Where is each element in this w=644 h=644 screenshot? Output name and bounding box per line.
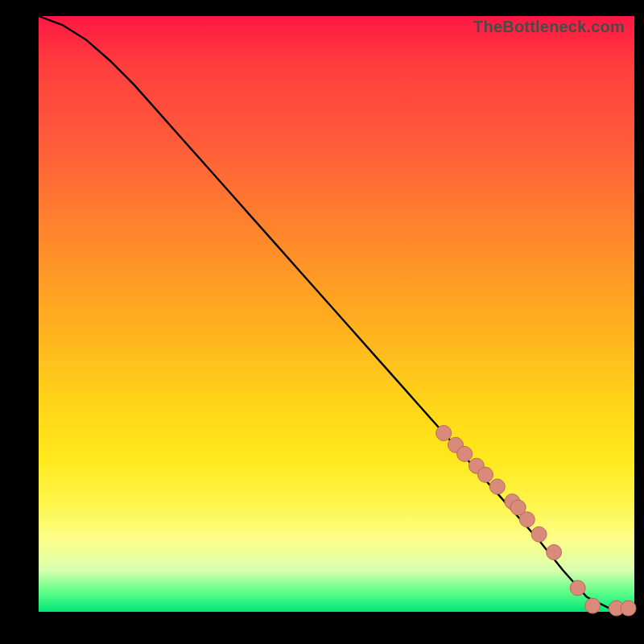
chart-frame: TheBottleneck.com: [0, 0, 644, 644]
data-marker: [621, 601, 636, 616]
data-marker: [570, 580, 585, 596]
plot-area: TheBottleneck.com: [39, 16, 634, 612]
chart-overlay: [39, 16, 634, 612]
data-marker: [457, 446, 473, 461]
data-marker: [436, 426, 452, 441]
data-marker: [519, 512, 535, 527]
data-marker: [478, 467, 493, 482]
bottleneck-curve: [39, 16, 634, 609]
data-marker: [585, 598, 601, 613]
data-marker: [531, 526, 547, 542]
data-marker: [489, 479, 505, 494]
data-marker: [547, 545, 562, 560]
marker-group: [436, 426, 636, 617]
